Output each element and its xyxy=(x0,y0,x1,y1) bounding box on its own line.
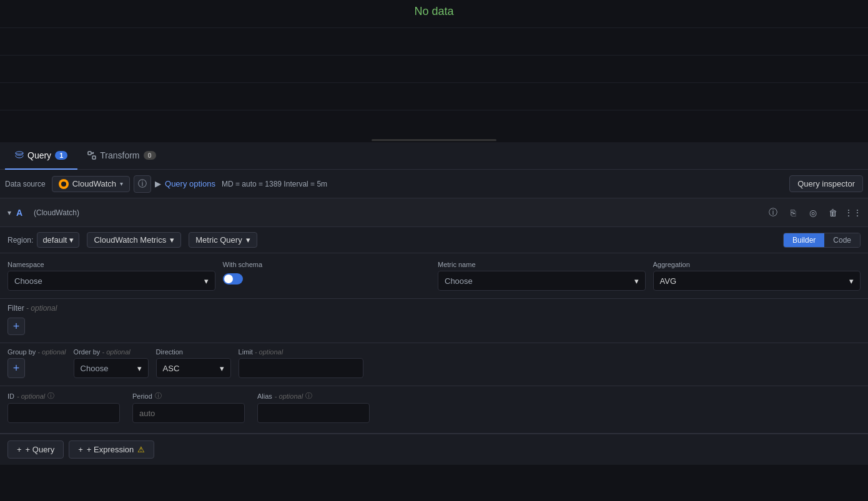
datasource-name: CloudWatch xyxy=(72,179,116,188)
filter-label: Filter - optional xyxy=(7,304,861,313)
direction-select[interactable]: ASC ▾ xyxy=(156,358,231,378)
aggregation-select[interactable]: AVG ▾ xyxy=(653,271,861,291)
period-group: Period ⓘ xyxy=(132,391,245,423)
service-label: CloudWatch Metrics xyxy=(94,235,166,245)
query-header-actions: ⓘ ⎘ ◎ 🗑 ⋮⋮ xyxy=(766,205,861,220)
limit-group: Limit - optional xyxy=(239,348,363,378)
namespace-label: Namespace xyxy=(7,261,215,268)
query-copy-button[interactable]: ⎘ xyxy=(786,205,801,220)
collapse-button[interactable]: ▾ xyxy=(7,208,11,217)
svg-point-0 xyxy=(16,152,23,154)
filter-add-button[interactable]: + xyxy=(7,318,25,335)
service-select[interactable]: CloudWatch Metrics ▾ xyxy=(87,232,181,248)
id-group: ID - optional ⓘ xyxy=(7,391,120,423)
region-select[interactable]: default ▾ xyxy=(37,232,79,248)
plus-icon: + xyxy=(13,320,20,333)
region-value: default xyxy=(42,235,67,245)
alias-label: Alias - optional ⓘ xyxy=(257,391,370,401)
direction-chevron-icon: ▾ xyxy=(220,364,224,373)
no-data-label: No data xyxy=(414,5,453,18)
tab-transform[interactable]: Transform 0 xyxy=(77,142,165,170)
query-delete-button[interactable]: 🗑 xyxy=(826,205,841,220)
add-query-label: + Query xyxy=(26,445,55,454)
with-schema-group: With schema xyxy=(223,261,431,291)
query-info-button[interactable]: ⓘ xyxy=(766,205,781,220)
namespace-placeholder: Choose xyxy=(14,276,42,286)
group-by-add-button[interactable]: + xyxy=(7,358,25,378)
query-letter: A xyxy=(16,208,29,218)
with-schema-label: With schema xyxy=(223,261,431,268)
datasource-info-button[interactable]: ⓘ xyxy=(134,175,151,193)
id-input[interactable] xyxy=(7,403,120,423)
eye-icon: ◎ xyxy=(809,208,817,218)
direction-label: Direction xyxy=(156,348,231,356)
tab-query[interactable]: Query 1 xyxy=(5,142,77,170)
builder-code-toggle: Builder Code xyxy=(783,233,861,248)
datasource-chevron-icon: ▾ xyxy=(120,180,123,187)
id-label: ID - optional ⓘ xyxy=(7,391,120,401)
plus-icon: + xyxy=(17,445,22,454)
query-datasource-tag: (CloudWatch) xyxy=(34,208,79,217)
query-config-row: Region: default ▾ CloudWatch Metrics ▾ M… xyxy=(0,227,868,253)
metric-name-chevron-icon: ▾ xyxy=(634,276,639,286)
aggregation-chevron-icon: ▾ xyxy=(849,276,854,286)
datasource-label: Data source xyxy=(5,180,46,188)
query-options-button[interactable]: ▶ Query options MD = auto = 1389 Interva… xyxy=(155,179,327,188)
tab-query-badge: 1 xyxy=(55,151,67,160)
add-expression-button[interactable]: + + Expression ⚠ xyxy=(69,440,154,459)
copy-icon: ⎘ xyxy=(791,208,796,218)
tab-transform-badge: 0 xyxy=(144,151,156,160)
info-icon: ⓘ xyxy=(138,178,147,190)
service-chevron-icon: ▾ xyxy=(170,235,174,245)
chart-grid-line xyxy=(0,55,868,56)
drag-dots xyxy=(372,139,496,141)
chart-grid-line xyxy=(0,82,868,83)
query-options-label: Query options xyxy=(165,179,215,188)
query-inspector-button[interactable]: Query inspector xyxy=(789,175,863,192)
transform-icon xyxy=(87,151,96,160)
bottom-fields: ID - optional ⓘ Period ⓘ Alias - optiona… xyxy=(0,386,868,433)
aggregation-group: Aggregation AVG ▾ xyxy=(653,261,861,291)
advanced-row: Group by - optional + Order by - optiona… xyxy=(0,343,868,386)
order-by-placeholder: Choose xyxy=(81,364,109,373)
query-type-select[interactable]: Metric Query ▾ xyxy=(189,232,257,248)
period-label: Period ⓘ xyxy=(132,391,245,401)
query-visibility-button[interactable]: ◎ xyxy=(806,205,821,220)
query-type-chevron-icon: ▾ xyxy=(246,235,250,245)
query-drag-button[interactable]: ⋮⋮ xyxy=(846,205,861,220)
datasource-select[interactable]: CloudWatch ▾ xyxy=(52,176,130,192)
limit-label: Limit - optional xyxy=(239,348,363,356)
tab-transform-label: Transform xyxy=(100,150,139,160)
fields-area: Namespace Choose ▾ With schema Metric na… xyxy=(0,253,868,299)
code-toggle-button[interactable]: Code xyxy=(824,233,860,247)
warning-icon: ⚠ xyxy=(137,445,145,454)
add-query-button[interactable]: + + Query xyxy=(7,440,64,459)
add-expression-label: + Expression xyxy=(87,445,134,454)
limit-input[interactable] xyxy=(239,358,363,378)
metric-name-label: Metric name xyxy=(438,261,646,268)
group-by-label: Group by - optional xyxy=(7,348,66,356)
direction-value: ASC xyxy=(163,364,180,373)
region-label: Region: xyxy=(7,236,33,245)
period-input[interactable] xyxy=(132,403,245,423)
chart-area: No data xyxy=(0,0,868,137)
query-type-label: Metric Query xyxy=(195,235,242,245)
metric-name-group: Metric name Choose ▾ xyxy=(438,261,646,291)
plus-icon: + xyxy=(78,445,83,454)
metric-name-select[interactable]: Choose ▾ xyxy=(438,271,646,291)
order-by-select[interactable]: Choose ▾ xyxy=(74,358,149,378)
aggregation-label: Aggregation xyxy=(653,261,861,268)
alias-input[interactable] xyxy=(257,403,370,423)
alias-info-icon[interactable]: ⓘ xyxy=(305,391,312,401)
trash-icon: 🗑 xyxy=(829,208,837,218)
order-by-label: Order by - optional xyxy=(74,348,149,356)
toolbar: Data source CloudWatch ▾ ⓘ ▶ Query optio… xyxy=(0,170,868,198)
namespace-select[interactable]: Choose ▾ xyxy=(7,271,215,291)
period-info-icon[interactable]: ⓘ xyxy=(155,391,162,401)
group-by-group: Group by - optional + xyxy=(7,348,66,378)
id-info-icon[interactable]: ⓘ xyxy=(47,391,54,401)
builder-toggle-button[interactable]: Builder xyxy=(784,233,824,247)
query-inspector-label: Query inspector xyxy=(797,179,855,188)
tabs-bar: Query 1 Transform 0 xyxy=(0,142,868,170)
with-schema-toggle[interactable] xyxy=(223,273,243,285)
